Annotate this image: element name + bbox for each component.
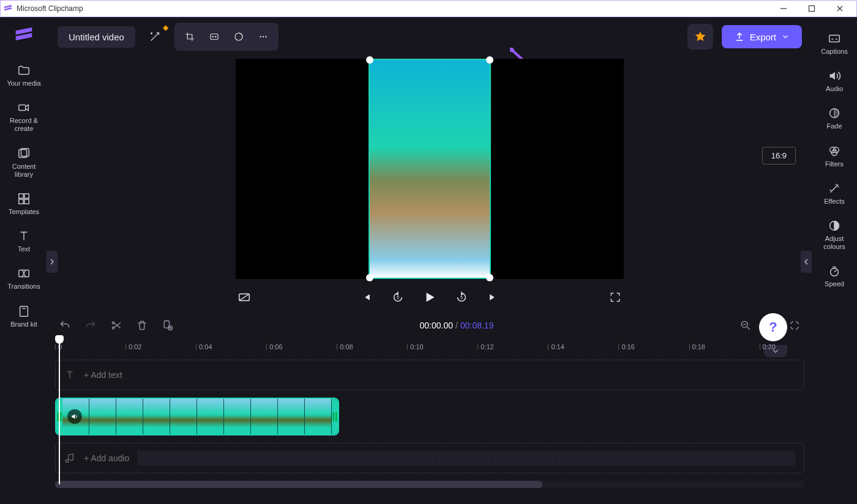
svg-text:5: 5 [397,295,399,300]
selected-clip-overlay[interactable] [369,59,491,279]
clip-thumbnails [62,399,332,434]
clipchamp-logo-icon[interactable] [13,24,35,46]
delete-button[interactable] [135,318,149,333]
play-button[interactable] [421,289,438,306]
svg-point-15 [260,36,261,37]
svg-point-13 [215,36,216,37]
svg-point-12 [212,36,214,37]
preview-canvas[interactable] [236,59,624,279]
right-panel-expand-button[interactable] [801,251,812,273]
ruler-tick: 0:12 [477,343,493,350]
preview-tools [174,23,279,51]
sidebar-item-captions[interactable]: Captions [813,27,856,61]
ruler-tick: 0:06 [266,343,282,350]
split-button[interactable] [109,318,124,333]
right-sidebar: Captions Audio Fade Filters Effects Adju… [812,17,857,504]
sidebar-item-adjust-colours[interactable]: Adjust colours [813,214,856,256]
text-icon [64,369,75,380]
fit-button[interactable] [204,26,225,47]
aspect-ratio-button[interactable]: 16:9 [762,147,796,165]
sidebar-item-effects[interactable]: Effects [813,177,856,210]
video-track[interactable]: || || [55,398,804,435]
svg-point-16 [263,36,264,37]
ruler-tick: 0:04 [196,343,212,350]
svg-rect-27 [829,35,840,42]
crop-button[interactable] [179,26,200,47]
svg-point-17 [265,36,266,37]
zoom-fit-button[interactable] [787,318,802,333]
resize-handle-br[interactable] [486,274,493,281]
forward-5-button[interactable]: 5 [453,289,470,306]
clip-trim-right[interactable]: || [332,399,338,434]
sidebar-item-speed[interactable]: Speed [813,259,856,293]
resize-handle-bl[interactable] [366,274,373,281]
resize-handle-tr[interactable] [486,56,493,64]
preview-zone: 16:9 ? 5 5 [48,56,812,313]
maximize-button[interactable] [798,1,826,17]
zoom-out-button[interactable] [738,318,753,333]
svg-rect-11 [211,34,218,40]
ruler-tick: 0:16 [618,343,634,350]
ruler-tick: 0:02 [125,343,141,350]
duplicate-button[interactable] [160,318,175,333]
project-title[interactable]: Untitled video [58,26,135,48]
ruler-tick: 0:10 [407,343,423,350]
window-titlebar: Microsoft Clipchamp [0,0,857,17]
audio-track[interactable]: + Add audio [55,443,804,473]
svg-point-10 [151,33,152,34]
minimize-button[interactable] [769,1,798,17]
premium-badge-icon: ◆ [163,23,168,32]
svg-rect-5 [24,194,29,198]
more-options-button[interactable] [253,26,274,47]
sidebar-item-content-library[interactable]: Content library [2,142,45,183]
close-button[interactable] [826,1,854,17]
timeline-zone: 00:00.00/00:08.19 0 0:02 0:04 0:06 0:08 … [48,313,812,504]
svg-rect-1 [19,105,26,111]
svg-point-21 [112,322,114,324]
svg-rect-4 [19,194,23,198]
sidebar-item-brand-kit[interactable]: Brand kit [2,300,45,333]
resize-handle-tl[interactable] [366,56,373,64]
sidebar-item-transitions[interactable]: Transitions [2,262,45,295]
top-bar: Untitled video ◆ Export [48,17,812,56]
window-title: Microsoft Clipchamp [17,4,769,13]
magic-wand-button[interactable]: ◆ [144,26,166,48]
chevron-down-icon [781,32,790,41]
export-button[interactable]: Export [722,25,802,48]
text-track[interactable]: + Add text [55,360,804,390]
sidebar-item-filters[interactable]: Filters [813,139,856,173]
safezone-toggle-button[interactable] [236,289,253,306]
undo-button[interactable] [58,318,72,333]
fullscreen-button[interactable] [607,289,624,306]
sidebar-item-templates[interactable]: Templates [2,187,45,221]
svg-rect-6 [19,199,23,204]
ruler-tick: 0:20 [760,343,776,350]
sidebar-item-record-create[interactable]: Record & create [2,96,45,138]
sidebar-item-audio[interactable]: Audio [813,64,856,98]
rewind-5-button[interactable]: 5 [389,289,406,306]
sidebar-item-your-media[interactable]: Your media [2,59,45,92]
video-clip[interactable]: || || [55,398,339,435]
sidebar-item-fade[interactable]: Fade [813,102,856,135]
sidebar-item-text[interactable]: Text [2,224,45,258]
clip-volume-button[interactable] [67,409,82,424]
scrollbar-thumb[interactable] [55,481,542,488]
timeline-ruler[interactable]: 0 0:02 0:04 0:06 0:08 0:10 0:12 0:14 0:1… [55,338,804,356]
redo-button[interactable] [83,318,98,333]
app-logo-icon [3,4,13,13]
skip-start-button[interactable] [357,289,375,306]
skip-end-button[interactable] [485,289,502,306]
timeline-scrollbar[interactable] [55,481,804,488]
ruler-tick: 0:14 [548,343,564,350]
music-note-icon [64,453,75,464]
left-sidebar: Your media Record & create Content libra… [0,17,48,504]
premium-button[interactable] [687,24,713,50]
playhead[interactable] [55,335,64,484]
svg-rect-9 [20,306,28,316]
svg-rect-7 [24,199,29,204]
timecode: 00:00.00/00:08.19 [420,321,494,330]
svg-text:5: 5 [460,295,463,300]
pip-button[interactable] [228,26,249,47]
timeline-toolbar: 00:00.00/00:08.19 [55,313,804,338]
audio-waveform [138,451,795,465]
